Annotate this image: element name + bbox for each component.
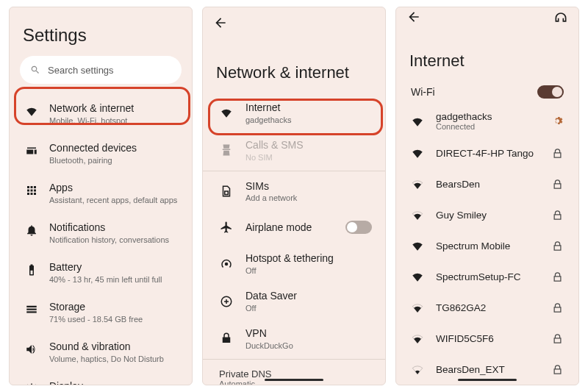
lock-icon (551, 302, 564, 313)
gear-icon[interactable] (551, 115, 564, 126)
item-sound[interactable]: Sound & vibrationVolume, haptics, Do Not… (10, 332, 192, 372)
search-placeholder: Search settings (48, 65, 114, 76)
sim-icon (219, 185, 234, 198)
screen-internet: Internet Wi-Fi gadgethacksConnected DIRE… (395, 7, 579, 385)
hotspot-icon (219, 257, 234, 271)
wifi-signal-icon (411, 301, 424, 314)
apps-icon (24, 182, 39, 197)
network-item[interactable]: Guy Smiley (396, 199, 578, 230)
wifi-icon (219, 106, 234, 119)
page-title: Network & internet (203, 41, 385, 94)
settings-list: Network & internetMobile, Wi-Fi, hotspot… (10, 94, 192, 385)
volume-icon (24, 341, 39, 356)
wifi-signal-icon (411, 208, 424, 221)
wifi-signal-icon (411, 115, 424, 128)
item-private-dns[interactable]: Private DNS (203, 361, 385, 379)
screen-network-internet: Network & internet Internetgadgethacks C… (202, 7, 386, 385)
wifi-signal-icon (411, 270, 424, 283)
network-settings-list: Internetgadgethacks Calls & SMSNo SIM SI… (203, 94, 385, 385)
airplane-toggle[interactable] (345, 221, 372, 234)
wifi-icon (24, 102, 39, 118)
topbar (396, 7, 578, 29)
devices-icon (24, 142, 39, 157)
item-apps[interactable]: AppsAssistant, recent apps, default apps (10, 174, 192, 213)
item-connected-devices[interactable]: Connected devicesBluetooth, pairing (10, 134, 192, 174)
topbar (203, 7, 385, 41)
bell-icon (24, 221, 39, 237)
back-button[interactable] (406, 10, 421, 27)
item-calls-sms: Calls & SMSNo SIM (203, 132, 385, 169)
wifi-toggle-row[interactable]: Wi-Fi (396, 81, 578, 104)
divider (203, 359, 385, 360)
item-hotspot[interactable]: Hotspot & tetheringOff (203, 245, 385, 282)
wifi-signal-icon (411, 239, 424, 252)
divider (203, 171, 385, 171)
phone-icon (219, 143, 234, 157)
vpn-icon (219, 332, 234, 345)
network-item[interactable]: DIRECT-4F-HP Tango (396, 138, 578, 168)
item-airplane-mode[interactable]: Airplane mode (203, 210, 385, 245)
wifi-signal-icon (411, 177, 424, 190)
item-notifications[interactable]: NotificationsNotification history, conve… (10, 213, 192, 253)
back-button[interactable] (213, 15, 228, 33)
lock-icon (551, 333, 564, 344)
network-item[interactable]: TG862GA2 (396, 292, 578, 323)
item-battery[interactable]: Battery40% - 13 hr, 45 min left until fu… (10, 253, 192, 293)
airplane-icon (219, 221, 234, 234)
svg-point-0 (225, 263, 229, 266)
item-data-saver[interactable]: Data SaverOff (203, 282, 385, 320)
wifi-signal-icon (411, 363, 424, 376)
wifi-networks-list: gadgethacksConnected DIRECT-4F-HP Tango … (396, 104, 578, 385)
data-saver-icon (219, 295, 234, 308)
network-item[interactable]: WIFID5C5F6 (396, 323, 578, 354)
network-item-connected[interactable]: gadgethacksConnected (396, 104, 578, 138)
item-vpn[interactable]: VPNDuckDuckGo (203, 320, 385, 357)
battery-icon (24, 261, 39, 277)
lock-icon (551, 240, 564, 252)
lock-icon (551, 179, 564, 190)
gesture-bar (458, 379, 517, 381)
item-internet[interactable]: Internetgadgethacks (203, 94, 385, 132)
storage-icon (24, 301, 39, 316)
lock-icon (551, 210, 564, 221)
page-title: Internet (396, 29, 578, 81)
item-network-internet[interactable]: Network & internetMobile, Wi-Fi, hotspot (10, 94, 192, 134)
wifi-toggle[interactable] (537, 85, 564, 99)
page-title: Settings (10, 7, 192, 56)
screen-settings: Settings Search settings Network & inter… (9, 7, 193, 385)
item-display[interactable]: DisplayDark theme, font size, brightness (10, 372, 192, 385)
item-storage[interactable]: Storage71% used - 18.54 GB free (10, 293, 192, 332)
lock-icon (551, 148, 564, 159)
wifi-signal-icon (411, 332, 424, 345)
search-icon (30, 65, 40, 75)
gesture-bar (265, 379, 323, 381)
lock-icon (551, 364, 564, 375)
network-item[interactable]: Spectrum Mobile (396, 230, 578, 261)
help-icon[interactable] (553, 10, 568, 27)
display-icon (24, 380, 39, 385)
item-sims[interactable]: SIMsAdd a network (203, 173, 385, 210)
network-item[interactable]: SpectrumSetup-FC (396, 261, 578, 292)
wifi-signal-icon (411, 146, 424, 160)
wifi-label: Wi-Fi (411, 86, 435, 98)
network-item[interactable]: BearsDen (396, 168, 578, 199)
search-input[interactable]: Search settings (20, 56, 182, 84)
lock-icon (551, 271, 564, 282)
